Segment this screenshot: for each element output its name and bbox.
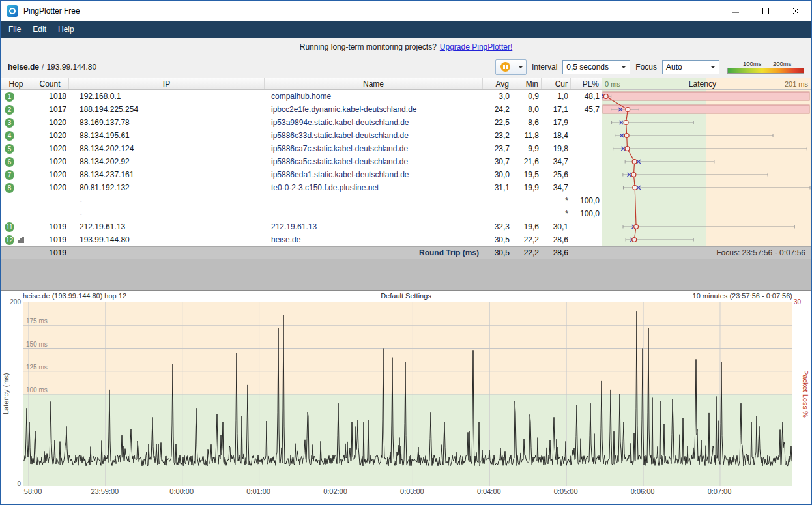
target-address: heise.de/193.99.144.80: [8, 63, 96, 72]
ip-cell: 88.134.202.92: [69, 155, 265, 168]
avg-cell: 22,5: [483, 116, 512, 129]
cur-cell: 1,0: [542, 90, 571, 103]
time-tick-label: 0:05:00: [554, 487, 578, 495]
avg-cell: 23,7: [483, 142, 512, 155]
header-avg[interactable]: Avg: [483, 78, 512, 89]
name-cell: 212.19.61.13: [265, 220, 483, 233]
banner-text: Running long-term monitoring projects?: [300, 42, 437, 51]
upgrade-link[interactable]: Upgrade PingPlotter!: [440, 42, 512, 51]
avg-cell: 32,3: [483, 220, 512, 233]
hop-number-badge: 12: [5, 235, 14, 245]
hop-row-9[interactable]: -*100,0: [1, 194, 811, 207]
count-cell: 1018: [31, 90, 69, 103]
header-min[interactable]: Min: [512, 78, 542, 89]
count-cell: 1020: [31, 155, 69, 168]
avg-cell: 31,1: [483, 181, 512, 194]
avg-cell: [483, 194, 512, 207]
latency-zone-cell: [602, 233, 811, 246]
pause-icon: [500, 62, 510, 72]
summary-min: 22,2: [512, 247, 542, 259]
minimize-button[interactable]: [721, 1, 751, 21]
hop-row-1[interactable]: 11018192.168.0.1compalhub.home3,00,91,04…: [1, 90, 811, 103]
hop-row-2[interactable]: 21017188.194.225.254ipbcc2e1fe.dynamic.k…: [1, 103, 811, 116]
pingplotter-logo-icon: [7, 5, 18, 17]
y-axis-title: Latency (ms): [2, 302, 10, 485]
hop-row-4[interactable]: 4102088.134.195.61ip5886c33d.static.kabe…: [1, 129, 811, 142]
menu-help[interactable]: Help: [52, 22, 80, 37]
hop-cell: 12: [1, 233, 31, 246]
focus-range-text: Focus: 23:57:56 - 0:07:56: [602, 247, 811, 259]
name-cell: ip5886eda1.static.kabel-deutschland.de: [265, 168, 483, 181]
min-cell: [512, 207, 542, 220]
timeline-target-label: heise.de (193.99.144.80) hop 12: [23, 292, 126, 300]
header-latency[interactable]: 0 ms Latency 201 ms: [602, 78, 811, 89]
time-tick-label: 23:59:00: [91, 487, 119, 495]
name-cell: te0-0-2-3.c150.f.de.plusline.net: [265, 181, 483, 194]
cur-cell: 18,4: [542, 129, 571, 142]
close-button[interactable]: [781, 1, 811, 21]
pl-cell: [571, 155, 602, 168]
latency-zone-cell: [602, 142, 811, 155]
avg-cell: 30,0: [483, 168, 512, 181]
app-window: PingPlotter Free FileEditHelp Running lo…: [0, 0, 812, 505]
maximize-button[interactable]: [751, 1, 781, 21]
menu-edit[interactable]: Edit: [27, 22, 52, 37]
summary-row: 1019 Round Trip (ms) 30,5 22,2 28,6 Focu…: [1, 246, 811, 259]
hop-row-11[interactable]: 111019212.19.61.13212.19.61.1332,319,630…: [1, 220, 811, 233]
count-cell: 1020: [31, 116, 69, 129]
title-bar: PingPlotter Free: [1, 1, 811, 21]
header-hop[interactable]: Hop: [1, 78, 31, 89]
pause-button[interactable]: [496, 60, 515, 74]
header-ip[interactable]: IP: [69, 78, 265, 89]
chevron-down-icon: [518, 66, 523, 68]
min-cell: [512, 194, 542, 207]
target-separator: /: [42, 63, 44, 72]
hop-row-3[interactable]: 3102083.169.137.78ip53a9894e.static.kabe…: [1, 116, 811, 129]
header-pl[interactable]: PL%: [571, 78, 602, 89]
min-cell: 9,9: [512, 142, 542, 155]
count-cell: 1019: [31, 220, 69, 233]
min-cell: 19,9: [512, 181, 542, 194]
latency-zone-cell: [602, 155, 811, 168]
hop-row-10[interactable]: -*100,0: [1, 207, 811, 220]
packet-loss-axis-max: 30: [794, 298, 801, 306]
splitter-area[interactable]: [1, 259, 811, 290]
hop-cell: [1, 194, 31, 207]
ip-cell: 83.169.137.78: [69, 116, 265, 129]
hop-table-header: Hop Count IP Name Avg Min Cur PL% 0 ms L…: [1, 78, 811, 90]
header-count[interactable]: Count: [31, 78, 69, 89]
timeline-settings-label[interactable]: Default Settings: [381, 292, 431, 300]
hop-row-7[interactable]: 7102088.134.237.161ip5886eda1.static.kab…: [1, 168, 811, 181]
maximize-icon: [762, 8, 769, 14]
hop-row-8[interactable]: 8102080.81.192.132te0-0-2-3.c150.f.de.pl…: [1, 181, 811, 194]
time-tick-label: 0:06:00: [631, 487, 655, 495]
interval-select[interactable]: 0,5 seconds: [562, 60, 630, 74]
pl-cell: 48,1: [571, 90, 602, 103]
packet-loss-axis-title: Packet Loss %: [802, 302, 809, 485]
latency-zone-cell: [602, 129, 811, 142]
time-axis-labels: 23:58:0023:59:000:00:000:01:000:02:000:0…: [23, 487, 791, 497]
header-cur[interactable]: Cur: [542, 78, 571, 89]
hop-row-12[interactable]: 121019193.99.144.80heise.de30,522,228,6: [1, 233, 811, 246]
hop-row-5[interactable]: 5102088.134.202.124ip5886ca7c.static.kab…: [1, 142, 811, 155]
focus-select[interactable]: Auto: [662, 60, 719, 74]
min-cell: 19,6: [512, 220, 542, 233]
pl-cell: [571, 142, 602, 155]
latency-timeline-plot[interactable]: 175 ms150 ms125 ms100 ms: [23, 302, 791, 485]
target-ip: 193.99.144.80: [46, 63, 96, 72]
count-cell: [31, 207, 69, 220]
hop-number-badge: 5: [5, 144, 14, 154]
pause-dropdown-button[interactable]: [515, 60, 526, 74]
graphed-hop-icon: [18, 237, 24, 243]
menu-file[interactable]: File: [3, 22, 27, 37]
summary-ip: [69, 247, 265, 259]
hop-cell: 6: [1, 155, 31, 168]
hop-row-6[interactable]: 6102088.134.202.92ip5886ca5c.static.kabe…: [1, 155, 811, 168]
pl-cell: 100,0: [571, 207, 602, 220]
header-name[interactable]: Name: [265, 78, 483, 89]
avg-cell: [483, 207, 512, 220]
hop-cell: 3: [1, 116, 31, 129]
hop-cell: [1, 207, 31, 220]
timeline-panel: heise.de (193.99.144.80) hop 12 Default …: [1, 290, 811, 504]
ip-cell: -: [69, 207, 265, 220]
